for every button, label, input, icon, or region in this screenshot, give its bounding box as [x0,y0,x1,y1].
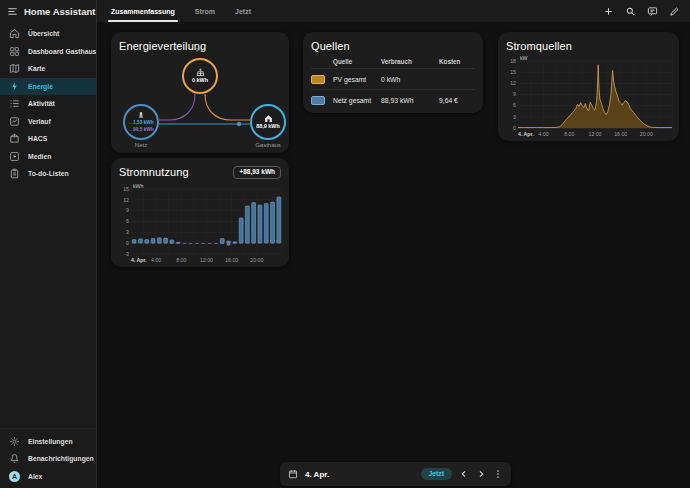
svg-text:4:00: 4:00 [539,131,549,137]
sidebar-item-dashboard-gasthaus[interactable]: Dashboard Gasthaus [0,43,96,61]
svg-text:kWh: kWh [133,183,143,189]
card-title: Quellen [311,40,475,52]
add-icon[interactable] [603,6,614,17]
svg-text:16:00: 16:00 [225,257,238,263]
pv-color-swatch [311,75,325,84]
flow-solar-to-home [205,94,250,120]
energy-dashboard: Energieverteilung PV 0 kWh ←1,53 kWh →90… [97,22,690,488]
sidebar-item-label: Energie [28,83,53,90]
svg-text:3: 3 [513,114,516,120]
total-usage-badge: +88,93 kWh [233,166,281,179]
sidebar-item-aktivitaet[interactable]: Aktivität [0,95,96,113]
menu-icon[interactable] [7,6,18,17]
source-name[interactable]: PV gesamt [333,69,381,89]
card-energieverteilung: Energieverteilung PV 0 kWh ←1,53 kWh →90… [111,32,289,153]
tab-zusammenfassung[interactable]: Zusammenfassung [101,0,185,22]
sidebar-item-label: Dashboard Gasthaus [28,48,96,55]
svg-text:12:00: 12:00 [589,131,602,137]
view-tabs: Zusammenfassung Strom Jetzt [101,0,261,22]
sidebar-item-benachrichtigungen[interactable]: Benachrichtigungen [0,450,96,468]
search-icon[interactable] [625,6,636,17]
calendar-icon[interactable] [288,469,298,479]
play-box-icon [9,151,20,162]
source-consumption: 0 kWh [381,69,439,89]
svg-text:12: 12 [510,80,516,86]
now-button[interactable]: Jetzt [421,468,453,481]
flow-dot [237,122,241,126]
home-label: Gasthaus [250,142,286,148]
svg-text:15: 15 [510,69,516,75]
flow-solar-to-grid [159,94,195,120]
selected-date[interactable]: 4. Apr. [305,470,329,479]
pv-label: PV [182,47,218,53]
dashboard-icon [9,46,20,57]
tab-strom[interactable]: Strom [185,0,225,22]
sidebar-item-energie[interactable]: Energie [0,78,96,96]
sidebar-item-karte[interactable]: Karte [0,60,96,78]
home-assistant-app: Home Assistant Übersicht Dashboard Gasth… [0,0,690,488]
topbar-actions [603,6,690,17]
home-node[interactable]: 88,9 kWh [250,104,286,140]
sidebar-item-medien[interactable]: Medien [0,148,96,166]
svg-text:kW: kW [520,55,528,61]
sidebar-item-label: Karte [28,65,45,72]
svg-text:20:00: 20:00 [250,257,263,263]
list-icon [9,98,20,109]
app-title: Home Assistant [24,6,95,17]
col-kosten: Kosten [439,55,475,68]
card-title: Stromnutzung [119,166,189,178]
sidebar-item-label: To-do-Listen [28,170,69,177]
sidebar-item-label: HACS [28,135,47,142]
netz-color-swatch [311,96,325,105]
source-name[interactable]: Netz gesamt [333,90,381,110]
edit-pencil-icon[interactable] [669,6,680,17]
sidebar-item-label: Benachrichtigungen [28,455,94,462]
sidebar-header: Home Assistant [0,0,96,22]
sidebar-item-einstellungen[interactable]: Einstellungen [0,433,96,451]
sidebar-bottom: Einstellungen Benachrichtigungen A Alex [0,428,96,488]
sources-table: Quelle Verbrauch Kosten PV gesamt 0 kWh … [311,55,475,110]
hacs-store-icon [9,133,20,144]
svg-text:18: 18 [510,58,516,64]
sidebar-item-hacs[interactable]: HACS [0,130,96,148]
user-name: Alex [28,473,42,480]
svg-text:16:00: 16:00 [614,131,627,137]
svg-text:9: 9 [513,91,516,97]
assist-chat-icon[interactable] [647,6,658,17]
gear-icon [9,436,20,447]
pv-node[interactable]: 0 kWh [182,58,218,94]
card-title: Stromquellen [506,40,671,52]
svg-text:0: 0 [513,125,516,131]
col-quelle: Quelle [333,55,381,68]
sidebar-item-label: Aktivität [28,100,55,107]
sidebar-nav: Übersicht Dashboard Gasthaus Karte Energ… [0,22,96,428]
stromnutzung-chart[interactable]: -303691215kWh4. Apr.4:008:0012:0016:0020… [116,181,285,264]
kebab-menu-icon[interactable] [493,469,503,479]
sidebar-item-uebersicht[interactable]: Übersicht [0,25,96,43]
sidebar-item-todo-listen[interactable]: To-do-Listen [0,165,96,183]
sidebar-item-user[interactable]: A Alex [0,468,96,486]
history-chart-icon [9,116,20,127]
avatar: A [9,471,20,482]
topbar: Zusammenfassung Strom Jetzt [97,0,690,22]
tab-jetzt[interactable]: Jetzt [225,0,261,22]
svg-text:8:00: 8:00 [176,257,186,263]
chevron-right-icon[interactable] [476,469,486,479]
stromquellen-chart[interactable]: 0369121518kW4. Apr.4:008:0012:0016:0020:… [503,53,675,138]
svg-text:9: 9 [126,207,129,213]
sidebar-item-label: Medien [28,153,51,160]
date-picker-bar: 4. Apr. Jetzt [280,462,511,486]
svg-text:6: 6 [126,218,129,224]
sidebar-item-verlauf[interactable]: Verlauf [0,113,96,131]
pv-value: 0 kWh [192,78,208,84]
source-cost [439,69,475,89]
house-icon [264,114,273,123]
card-stromnutzung: Stromnutzung +88,93 kWh -303691215kWh4. … [111,158,289,267]
grid-node[interactable]: ←1,53 kWh →90,5 kWh [123,104,159,140]
chevron-left-icon[interactable] [459,469,469,479]
map-icon [9,63,20,74]
svg-text:12: 12 [123,197,129,203]
sidebar-item-label: Einstellungen [28,438,73,445]
grid-import-value: →90,5 kWh [128,127,154,133]
bell-icon [9,453,20,464]
